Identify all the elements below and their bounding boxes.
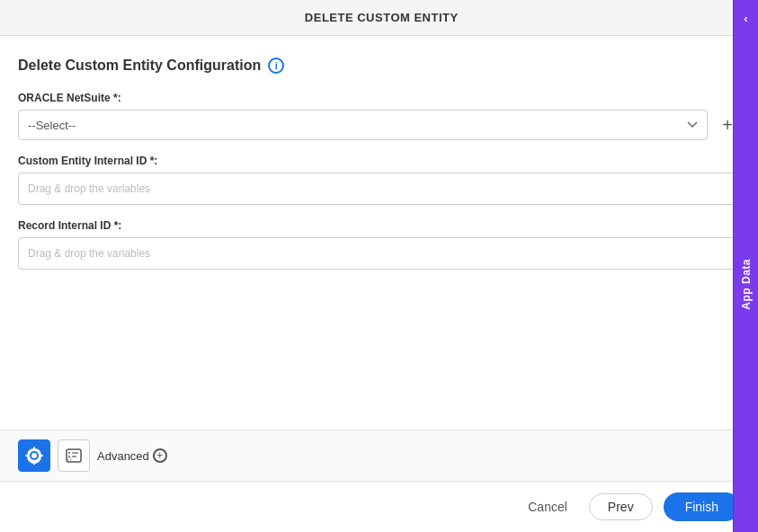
prev-button[interactable]: Prev (589, 493, 653, 520)
app-data-panel: ‹ App Data (733, 0, 758, 532)
advanced-label: Advanced (97, 449, 149, 463)
app-data-toggle-button[interactable]: ‹ (733, 0, 758, 36)
code-icon: { } (65, 447, 83, 465)
oracle-netsuite-group: ORACLE NetSuite *: --Select-- + (18, 92, 740, 140)
code-toolbar-button[interactable]: { } (58, 439, 90, 472)
custom-entity-label: Custom Entity Internal ID *: (18, 155, 740, 167)
settings-toolbar-button[interactable] (18, 439, 50, 472)
record-internal-input[interactable]: Drag & drop the variables (18, 237, 740, 270)
oracle-netsuite-select[interactable]: --Select-- (18, 110, 708, 140)
footer-actions: Cancel Prev Finish (0, 481, 758, 532)
app-data-label: App Data (740, 259, 753, 310)
cancel-button[interactable]: Cancel (517, 494, 578, 519)
modal-header: DELETE CUSTOM ENTITY × (0, 0, 758, 36)
modal-title: DELETE CUSTOM ENTITY (32, 11, 730, 24)
app-data-label-area[interactable]: App Data (733, 36, 758, 532)
footer-toolbar: { } Advanced + (0, 430, 758, 481)
custom-entity-placeholder: Drag & drop the variables (28, 182, 150, 195)
oracle-select-wrapper: --Select-- + (18, 110, 740, 140)
modal-wrapper: DELETE CUSTOM ENTITY × Delete Custom Ent… (0, 0, 758, 532)
gear-icon (25, 447, 43, 465)
svg-text:{ }: { } (67, 457, 72, 462)
chevron-left-icon: ‹ (744, 12, 747, 25)
section-title-text: Delete Custom Entity Configuration (18, 58, 261, 74)
advanced-button[interactable]: Advanced + (97, 448, 167, 463)
record-internal-label: Record Internal ID *: (18, 219, 740, 232)
oracle-netsuite-label: ORACLE NetSuite *: (18, 92, 740, 104)
custom-entity-group: Custom Entity Internal ID *: Drag & drop… (18, 155, 740, 205)
modal-body: Delete Custom Entity Configuration i ORA… (0, 36, 758, 430)
record-internal-placeholder: Drag & drop the variables (28, 247, 150, 260)
svg-point-1 (68, 452, 70, 454)
advanced-plus-icon: + (153, 448, 167, 463)
record-internal-group: Record Internal ID *: Drag & drop the va… (18, 219, 740, 270)
custom-entity-input[interactable]: Drag & drop the variables (18, 173, 740, 205)
info-icon[interactable]: i (268, 58, 284, 74)
modal: DELETE CUSTOM ENTITY × Delete Custom Ent… (0, 0, 758, 532)
section-title-container: Delete Custom Entity Configuration i (18, 58, 740, 74)
finish-button[interactable]: Finish (664, 492, 740, 521)
